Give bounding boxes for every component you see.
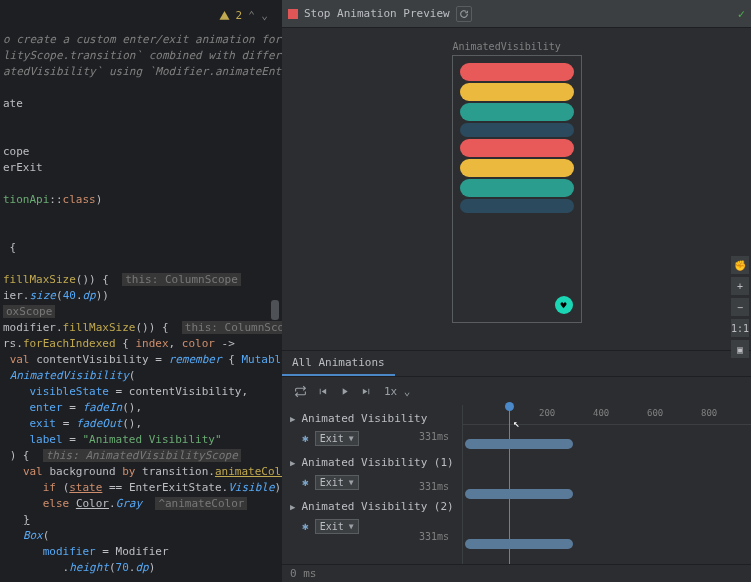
state-dropdown[interactable]: Exit ▼ [315, 475, 359, 490]
toolbar-title[interactable]: Stop Animation Preview [304, 7, 450, 20]
preview-toolbar: Stop Animation Preview ✓ [282, 0, 751, 28]
freeze-icon[interactable]: ✱ [302, 520, 309, 533]
warning-count: 2 [236, 9, 243, 22]
duration-label: 331ms [419, 431, 745, 442]
state-dropdown[interactable]: Exit ▼ [315, 431, 359, 446]
pan-tool[interactable]: ✊ [731, 256, 749, 274]
time-display: 0 ms [290, 567, 317, 580]
code-editor[interactable]: 2 ⌃ ⌄ o create a custom enter/exit anima… [0, 0, 282, 582]
animation-name: Animated Visibility (1) [301, 456, 454, 469]
duration-label: 331ms [419, 481, 745, 492]
editor-content[interactable]: o create a custom enter/exit animation f… [0, 30, 282, 576]
ruler-tick: 600 [647, 408, 663, 418]
device-frame: AnimatedVisibility ♥ [452, 55, 582, 323]
editor-inspections: 2 ⌃ ⌄ [0, 0, 282, 30]
timeline-footer: 0 ms [282, 564, 751, 582]
skip-end-button[interactable] [356, 381, 376, 401]
freeze-icon[interactable]: ✱ [302, 476, 309, 489]
zoom-reset-button[interactable]: 1:1 [731, 319, 749, 337]
ruler-tick: 400 [593, 408, 609, 418]
zoom-fit-button[interactable]: ▣ [731, 340, 749, 358]
preview-bar [460, 159, 574, 177]
zoom-in-button[interactable]: + [731, 277, 749, 295]
expand-icon[interactable]: ▶ [290, 458, 295, 468]
loop-button[interactable] [290, 381, 310, 401]
preview-bar [460, 83, 574, 101]
preview-area[interactable]: AnimatedVisibility ♥ ✊ + − 1:1 ▣ [282, 28, 751, 350]
playback-controls: 1x ⌄ [282, 377, 751, 405]
animation-row: ▶Animated Visibility✱Exit ▼ [282, 407, 462, 451]
right-panel: Stop Animation Preview ✓ AnimatedVisibil… [282, 0, 751, 582]
animation-panel: All Animations 1x ⌄ ▶Animated Visibility… [282, 350, 751, 582]
play-button[interactable] [334, 381, 354, 401]
preview-bar [460, 179, 574, 197]
preview-bar [460, 103, 574, 121]
preview-bar [460, 139, 574, 157]
check-icon: ✓ [738, 7, 745, 21]
duration-label: 331ms [419, 531, 745, 542]
scrollbar-thumb[interactable] [271, 300, 279, 320]
animation-tabs: All Animations [282, 351, 751, 377]
stop-icon[interactable] [288, 9, 298, 19]
preview-bar [460, 123, 574, 137]
skip-start-button[interactable] [312, 381, 332, 401]
freeze-icon[interactable]: ✱ [302, 432, 309, 445]
warning-icon [219, 10, 230, 21]
expand-icon[interactable]: ▶ [290, 414, 295, 424]
preview-label: AnimatedVisibility [453, 41, 561, 52]
speed-selector[interactable]: 1x ⌄ [384, 385, 411, 398]
timeline-tracks[interactable]: 2004006008001000 ↖ 331ms331ms331ms [462, 405, 751, 564]
preview-bar [460, 63, 574, 81]
refresh-icon[interactable] [456, 6, 472, 22]
zoom-out-button[interactable]: − [731, 298, 749, 316]
tab-all-animations[interactable]: All Animations [282, 351, 395, 376]
ruler-tick: 800 [701, 408, 717, 418]
preview-bar [460, 199, 574, 213]
expand-icon[interactable]: ▶ [290, 502, 295, 512]
chevron-icon: ⌃ ⌄ [248, 9, 268, 22]
cursor-icon: ↖ [513, 417, 520, 430]
animation-name: Animated Visibility (2) [301, 500, 454, 513]
ruler-tick: 200 [539, 408, 555, 418]
state-dropdown[interactable]: Exit ▼ [315, 519, 359, 534]
animation-name: Animated Visibility [301, 412, 454, 425]
timeline: ▶Animated Visibility✱Exit ▼▶Animated Vis… [282, 405, 751, 564]
preview-content [453, 59, 581, 217]
fab-button[interactable]: ♥ [555, 296, 573, 314]
preview-tools: ✊ + − 1:1 ▣ [731, 256, 749, 358]
